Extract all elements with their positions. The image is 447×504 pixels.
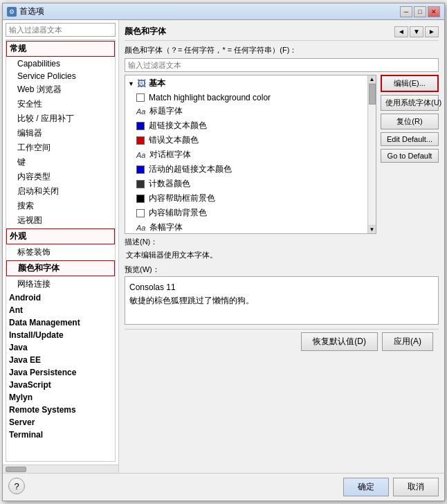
left-filter-input[interactable] bbox=[6, 23, 116, 37]
action-button-2[interactable]: 复位(R) bbox=[381, 114, 439, 129]
tree-area: 常规CapabilitiesService PoliciesWeb 浏览器安全性… bbox=[6, 39, 116, 462]
right-title-text: 颜色和字体 bbox=[125, 26, 166, 37]
font-tree-item[interactable]: 内容帮助框前景色 bbox=[125, 191, 367, 206]
font-tree-section: ▼🖼基本Match highlight background colorAa标题… bbox=[125, 75, 439, 237]
close-button[interactable]: ✕ bbox=[428, 6, 440, 17]
font-tree-item[interactable]: Aa对话框字体 bbox=[125, 147, 367, 162]
tree-item[interactable]: Remote Systems bbox=[6, 404, 115, 416]
tree-item[interactable]: Java Persistence bbox=[6, 366, 115, 379]
action-button-4[interactable]: Go to Default bbox=[381, 149, 439, 163]
font-tree-scrollbar[interactable]: ▲ ▼ bbox=[367, 75, 376, 233]
scroll-thumb bbox=[369, 84, 376, 105]
preview-content: Consolas 11敏捷的棕色狐狸跳过了懒惰的狗。 bbox=[129, 281, 434, 307]
tree-item[interactable]: Service Policies bbox=[6, 70, 115, 82]
tree-item[interactable]: 标签装饰 bbox=[6, 245, 115, 260]
font-tree-container: ▼🖼基本Match highlight background colorAa标题… bbox=[125, 75, 376, 234]
tree-item[interactable]: 编辑器 bbox=[6, 126, 115, 141]
font-tree: ▼🖼基本Match highlight background colorAa标题… bbox=[125, 75, 367, 233]
ok-button[interactable]: 确定 bbox=[343, 478, 389, 496]
title-nav: ◄ ▼ ► bbox=[394, 26, 439, 37]
preview-line: 敏捷的棕色狐狸跳过了懒惰的狗。 bbox=[129, 294, 434, 307]
desc-section: 描述(N)： 文本编辑器使用文本字体。 bbox=[125, 237, 439, 262]
tree-item[interactable]: 比较 / 应用补丁 bbox=[6, 111, 115, 126]
font-tree-item[interactable]: Aa标题字体 bbox=[125, 104, 367, 118]
title-bar-left: ⚙ 首选项 bbox=[7, 6, 44, 17]
tree-item[interactable]: 键 bbox=[6, 155, 115, 170]
font-tree-item[interactable]: 错误文本颜色 bbox=[125, 133, 367, 147]
bottom-button-0[interactable]: 恢复默认值(D) bbox=[301, 332, 378, 351]
scroll-down-button[interactable]: ▼ bbox=[368, 225, 376, 233]
desc-label: 描述(N)： bbox=[125, 237, 439, 247]
preview-section: Consolas 11敏捷的棕色狐狸跳过了懒惰的狗。 bbox=[125, 276, 439, 325]
font-tree-item[interactable]: ▼🖼基本 bbox=[125, 75, 367, 91]
font-tree-item[interactable]: 计数器颜色 bbox=[125, 177, 367, 191]
scroll-track bbox=[369, 84, 376, 225]
title-controls: ─ □ ✕ bbox=[400, 6, 440, 17]
title-bar: ⚙ 首选项 ─ □ ✕ bbox=[3, 3, 444, 20]
left-panel: 常规CapabilitiesService PoliciesWeb 浏览器安全性… bbox=[3, 20, 119, 473]
button-panel: 编辑(E)...使用系统字体(U)复位(R)Edit Default...Go … bbox=[376, 75, 439, 237]
font-tree-item[interactable]: Match highlight background color bbox=[125, 91, 367, 104]
bottom-buttons: 恢复默认值(D)应用(A) bbox=[125, 329, 439, 354]
tree-item[interactable]: Install/Update bbox=[6, 329, 115, 341]
right-title: 颜色和字体 ◄ ▼ ► bbox=[125, 26, 439, 41]
cancel-button[interactable]: 取消 bbox=[393, 478, 439, 496]
nav-forward-button[interactable]: ► bbox=[425, 26, 439, 37]
help-button[interactable]: ? bbox=[8, 478, 25, 494]
tree-item[interactable]: 搜索 bbox=[6, 199, 115, 213]
tree-item[interactable]: 颜色和字体 bbox=[6, 260, 115, 276]
desc-text: 文本编辑器使用文本字体。 bbox=[125, 249, 439, 262]
font-tree-item[interactable]: 活动的超链接文本颜色 bbox=[125, 162, 367, 177]
tree-item[interactable]: Java bbox=[6, 341, 115, 354]
tree-item[interactable]: Server bbox=[6, 416, 115, 429]
bottom-button-1[interactable]: 应用(A) bbox=[382, 332, 433, 351]
maximize-button[interactable]: □ bbox=[414, 6, 426, 17]
tree-item[interactable]: 外观 bbox=[6, 228, 115, 244]
font-tree-item[interactable]: Aa条幅字体 bbox=[125, 220, 367, 233]
tree-item[interactable]: 内容类型 bbox=[6, 170, 115, 184]
action-button-0[interactable]: 编辑(E)... bbox=[381, 75, 439, 92]
left-h-scrollbar[interactable] bbox=[3, 465, 118, 473]
action-button-3[interactable]: Edit Default... bbox=[381, 132, 439, 146]
preferences-window: ⚙ 首选项 ─ □ ✕ 常规CapabilitiesService Polici… bbox=[2, 3, 445, 501]
tree-item[interactable]: 远视图 bbox=[6, 213, 115, 228]
tree-item[interactable]: Terminal bbox=[6, 429, 115, 441]
tree-item[interactable]: 工作空间 bbox=[6, 141, 115, 155]
right-subtitle: 颜色和字体（？= 任何字符，* = 任何字符串）(F)： bbox=[125, 45, 439, 55]
minimize-button[interactable]: ─ bbox=[400, 6, 412, 17]
tree-item[interactable]: Data Management bbox=[6, 316, 115, 329]
tree-item[interactable]: Mylyn bbox=[6, 391, 115, 404]
right-panel: 颜色和字体 ◄ ▼ ► 颜色和字体（？= 任何字符，* = 任何字符串）(F)：… bbox=[119, 20, 444, 473]
window-title: 首选项 bbox=[19, 6, 44, 17]
tree-item[interactable]: 网络连接 bbox=[6, 277, 115, 291]
left-h-scrollbar-thumb bbox=[6, 467, 26, 472]
nav-back-button[interactable]: ◄ bbox=[394, 26, 408, 37]
action-button-1[interactable]: 使用系统字体(U) bbox=[381, 95, 439, 111]
tree-item[interactable]: 安全性 bbox=[6, 97, 115, 111]
preview-label: 预览(W)： bbox=[125, 264, 439, 275]
nav-dropdown-button[interactable]: ▼ bbox=[410, 26, 423, 37]
tree-item[interactable]: Web 浏览器 bbox=[6, 82, 115, 97]
font-tree-item[interactable]: 超链接文本颜色 bbox=[125, 118, 367, 133]
tree-item[interactable]: JavaScript bbox=[6, 379, 115, 391]
tree-item[interactable]: 常规 bbox=[6, 41, 115, 57]
main-content: 常规CapabilitiesService PoliciesWeb 浏览器安全性… bbox=[3, 20, 444, 473]
preview-line: Consolas 11 bbox=[129, 281, 434, 294]
font-tree-item[interactable]: 内容辅助背景色 bbox=[125, 206, 367, 220]
tree-item[interactable]: Capabilities bbox=[6, 57, 115, 70]
window-icon: ⚙ bbox=[7, 7, 17, 17]
tree-item[interactable]: Java EE bbox=[6, 354, 115, 366]
right-filter-input[interactable] bbox=[125, 58, 439, 72]
tree-item[interactable]: Android bbox=[6, 291, 115, 304]
dialog-footer: ? 确定 取消 bbox=[3, 473, 444, 501]
scroll-up-button[interactable]: ▲ bbox=[368, 75, 376, 84]
tree-item[interactable]: 启动和关闭 bbox=[6, 184, 115, 199]
tree-item[interactable]: Ant bbox=[6, 304, 115, 316]
